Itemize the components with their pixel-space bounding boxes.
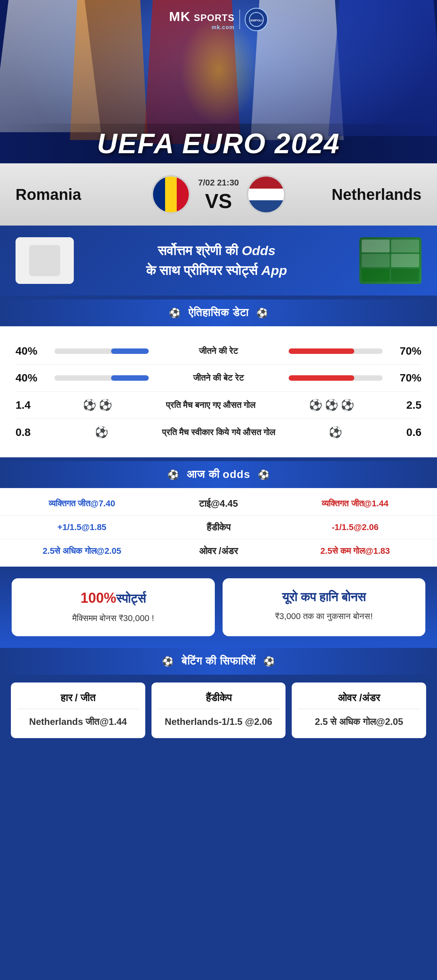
hero-section: MK SPORTS mk.com EMPOLI UEFA EURO 2024 [0,0,437,163]
stat-label-2: जीतने की बेट रेट [157,373,281,383]
stat-row-goals-conceded: 0.8 ⚽ प्रति मैच स्वीकार किये गये औसत गोल… [16,419,421,446]
bonus-card-1[interactable]: 100%स्पोर्ट्स मैक्सिमम बोनस ₹30,000 ! [12,578,215,636]
flag-blue-bot [248,200,284,212]
team-right-name: Netherlands [293,186,421,203]
odds-center-label-1: टाई@4.45 [199,498,238,509]
match-section: Romania 7/02 21:30 VS Netherlands [0,163,437,226]
mk-com: mk.com [169,24,234,30]
ball-icon-r1: ⚽ [99,399,112,411]
rec-cards-container: हार / जीत Netherlands जीत@1.44 हैंडीकेप … [0,682,437,738]
ball-icon-odds-right: ⚽ [258,469,270,480]
stat-bar-right-1 [289,348,383,354]
bar-fill-blue-1 [111,348,149,354]
odds-right-3[interactable]: 2.5से कम गोल@1.83 [289,546,421,556]
odds-row-1: व्यक्तिगत जीत@7.40 टाई@4.45 व्यक्तिगत जी… [0,492,437,516]
flag-blue-stripe [153,177,165,212]
bar-fill-red-2 [289,375,355,381]
historical-title: ऐतिहासिक डेटा [188,306,249,319]
team-left-name: Romania [16,186,144,203]
odds-right-2[interactable]: -1/1.5@2.06 [289,522,421,532]
stat-icons-right-3: ⚽ ⚽ ⚽ [309,399,354,411]
rec-card-value-3: 2.5 से अधिक गोल@2.05 [298,715,420,729]
recommendations-section: हार / जीत Netherlands जीत@1.44 हैंडीकेप … [0,675,437,750]
app-screenshot [359,237,421,284]
odds-val-blue-1: व्यक्तिगत जीत@7.40 [49,499,115,508]
bar-fill-blue-2 [111,375,149,381]
flag-red-stripe [177,177,189,212]
ball-icon-odds-left: ⚽ [167,469,179,480]
bonus-card-2[interactable]: यूरो कप हानि बोनस ₹3,000 तक का नुकसान बो… [223,578,426,636]
rec-card-title-3: ओवर /अंडर [298,692,420,709]
ball-icon-rec-right: ⚽ [263,656,275,667]
bottom-space [0,750,437,765]
odds-row-3: 2.5से अधिक गोल@2.05 ओवर /अंडर 2.5से कम ग… [0,539,437,563]
rec-card-title-1: हार / जीत [17,692,139,709]
odds-val-red-1: व्यक्तिगत जीत@1.44 [322,499,388,508]
odds-left-1[interactable]: व्यक्तिगत जीत@7.40 [16,499,148,509]
bonus-desc-2: ₹3,000 तक का नुकसान बोनस! [232,610,416,623]
mk-sports-text: MK SPORTS mk.com [169,9,234,30]
stat-bar-left-1 [54,348,149,354]
rec-card-3: ओवर /अंडर 2.5 से अधिक गोल@2.05 [292,682,426,738]
promo-line1: सर्वोत्तम श्रेणी की [158,243,238,258]
sports-text: SPORTS [194,12,235,23]
ball-icon-r3: ⚽ [325,399,338,411]
odds-left-2[interactable]: +1/1.5@1.85 [16,522,148,532]
odds-left-3[interactable]: 2.5से अधिक गोल@2.05 [16,546,148,556]
stat-left-val-1: 40% [16,345,47,357]
odds-right-1[interactable]: व्यक्तिगत जीत@1.44 [289,499,421,509]
stat-label-3: प्रति मैच बनाए गए औसत गोल [148,400,273,410]
bonus-title-1: 100%स्पोर्ट्स [21,590,205,606]
historical-header: ⚽ ऐतिहासिक डेटा ⚽ [0,299,437,326]
netherlands-flag [247,175,286,214]
odds-val-red-3: 2.5से कम गोल@1.83 [320,546,390,556]
odds-center-2: हैंडीकेप [152,522,285,533]
stat-right-val-1: 70% [390,345,421,357]
stat-left-val-4: 0.8 [16,426,47,439]
odds-center-1: टाई@4.45 [152,498,285,509]
promo-odds: Odds [242,243,275,258]
app-promo-section: सर्वोत्तम श्रेणी की Odds के साथ प्रीमियर… [0,226,437,296]
rec-card-title-2: हैंडीकेप [158,692,280,709]
match-date: 7/02 21:30 [198,178,239,188]
odds-val-blue-2: +1/1.5@1.85 [57,522,106,532]
ball-icon-left: ⚽ [169,308,181,318]
brand-logo: MK SPORTS mk.com EMPOLI [169,8,268,31]
rec-card-1: हार / जीत Netherlands जीत@1.44 [11,682,145,738]
bar-fill-red-1 [289,348,355,354]
odds-val-blue-3: 2.5से अधिक गोल@2.05 [43,546,121,556]
vs-text: VS [205,191,232,211]
stat-right-val-4: 0.6 [390,426,421,439]
flag-red-top [248,177,284,189]
stat-bar-right-2 [289,375,383,381]
flag-white-mid [248,189,284,201]
promo-app: App [261,263,287,278]
ball-icon-b1: ⚽ [83,399,96,411]
ball-icon-r4: ⚽ [329,426,342,439]
odds-center-label-2: हैंडीकेप [207,522,231,532]
stat-icons-left-4: ⚽ [95,426,108,439]
odds-header: ⚽ आज की odds ⚽ [0,461,437,488]
rec-card-value-2: Netherlands-1/1.5 @2.06 [158,715,280,729]
app-promo-text-block: सर्वोत्तम श्रेणी की Odds के साथ प्रीमियर… [85,241,348,280]
rec-card-2: हैंडीकेप Netherlands-1/1.5 @2.06 [151,682,286,738]
stat-label-4: प्रति मैच स्वीकार किये गये औसत गोल [157,427,281,438]
bonus-percent: 100% [80,590,116,606]
club-logo: EMPOLI [245,8,268,31]
svg-text:EMPOLI: EMPOLI [250,19,262,22]
ball-icon-o1: ⚽ [341,399,354,411]
odds-center-3: ओवर /अंडर [152,546,285,556]
stat-row-goals-scored: 1.4 ⚽ ⚽ प्रति मैच बनाए गए औसत गोल ⚽ ⚽ ⚽ … [16,392,421,419]
stat-label-1: जीतने की रेट [157,346,281,356]
bonus-title-2: यूरो कप हानि बोनस [232,590,416,604]
ball-icon-r2: ⚽ [309,399,322,411]
stat-icons-left-3: ⚽ ⚽ [83,399,112,411]
vs-block: 7/02 21:30 VS [198,178,239,211]
stat-right-val-3: 2.5 [390,399,421,411]
rec-card-value-1: Netherlands जीत@1.44 [17,715,139,729]
recommendations-title: बेटिंग की सिफारिशें [181,655,256,668]
euro-title-text: UEFA EURO 2024 [16,128,421,159]
ball-icon-rec-left: ⚽ [162,656,174,667]
romania-flag [151,175,190,214]
stat-icons-right-4: ⚽ [329,426,342,439]
